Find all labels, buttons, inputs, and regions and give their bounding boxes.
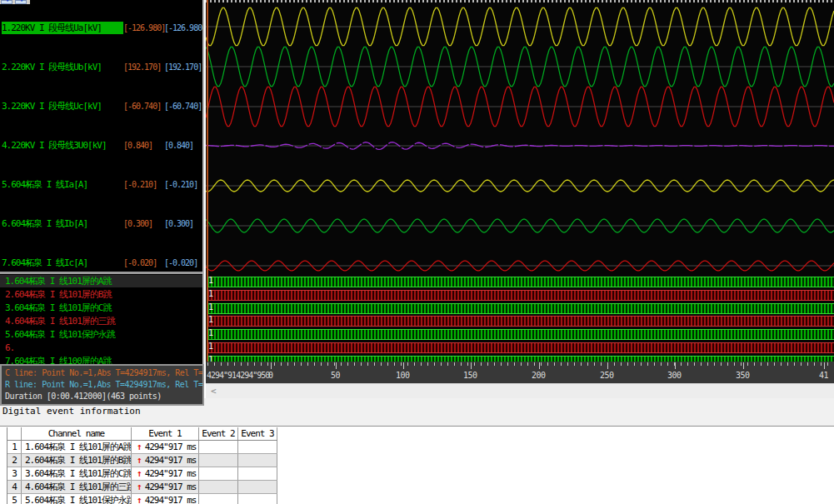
rising-edge-arrow-icon: ↑ <box>137 468 142 479</box>
major-tick <box>607 362 608 369</box>
major-tick <box>403 362 404 369</box>
event-table-row[interactable]: 44.604柘泉 I 线101屏的三跳↑4294"917 ms <box>7 481 277 494</box>
analog-channel-row[interactable]: 1.220KV I 段母线Ua[kV][-126.980][-126.980] <box>0 22 204 34</box>
scroll-left-arrow-icon[interactable]: < <box>211 386 217 397</box>
digital-bar-state: 1 <box>208 276 217 286</box>
digital-bar[interactable] <box>207 290 834 301</box>
minor-tick <box>381 362 382 366</box>
digital-channel-row[interactable]: 3.604柘泉 I 线101屏的C跳 <box>0 302 204 314</box>
minor-tick <box>727 362 728 366</box>
event3-cell <box>238 467 277 480</box>
minor-tick <box>667 362 668 366</box>
digital-channel-row[interactable]: 6. <box>0 342 204 354</box>
toolbar-button-2[interactable]: ▾ <box>15 0 27 4</box>
time-axis-ruler[interactable]: 4294"914294"950 05010015020025030035041 <box>206 362 834 383</box>
minor-tick <box>347 362 348 366</box>
waveform-canvas[interactable]: 1111111 <box>206 0 834 362</box>
duration-status: Duration [0:00.412000](463 points) <box>5 392 204 401</box>
minor-tick <box>434 362 435 366</box>
minor-tick <box>561 362 562 366</box>
minor-tick <box>621 362 622 366</box>
event1-time: 4294"917 ms <box>145 468 197 479</box>
minor-tick <box>734 362 735 366</box>
minor-tick <box>441 362 442 366</box>
toolbar-button-1[interactable]: ▾ <box>1 0 12 4</box>
analog-channel-row[interactable]: 7.604柘泉 I 线Ic[A][-0.020][-0.020] <box>0 257 204 269</box>
event-table-row[interactable]: 55.604柘泉 I 线101保护永跳↑4294"917 ms <box>7 494 277 504</box>
minor-tick <box>407 362 408 366</box>
event-table-row[interactable]: 11.604柘泉 I 线101屏的A跳↑4294"917 ms <box>7 441 277 454</box>
major-tick <box>471 362 472 369</box>
event-channel-name: 4.604柘泉 I 线101屏的三跳 <box>22 481 132 493</box>
waveform-analysis-window: ▾ ▾ 1.220KV I 段母线Ua[kV][-126.980][-126.9… <box>0 0 834 504</box>
minor-tick <box>787 362 788 366</box>
minor-tick <box>547 362 548 366</box>
minor-tick <box>627 362 628 366</box>
event-table-row[interactable]: 22.604柘泉 I 线101屏的B跳↑4294"917 ms <box>7 454 277 467</box>
event1-cell: ↑4294"917 ms <box>132 494 199 504</box>
minor-tick <box>574 362 575 366</box>
time-tick-label: 50 <box>331 371 340 380</box>
analog-channel-row[interactable]: 5.604柘泉 I 线Ia[A][-0.210][-0.210] <box>0 178 204 191</box>
digital-bar-state: 1 <box>208 342 217 352</box>
digital-bar[interactable] <box>207 277 834 287</box>
cursor-info-panel: C line: Point No.=1,Abs T=4294917ms, Rel… <box>0 364 204 406</box>
minor-tick <box>587 362 588 366</box>
time-tick-label: 350 <box>736 371 750 380</box>
digital-channel-row[interactable]: 1.604柘泉 I 线101屏的A跳 <box>0 275 204 287</box>
time-tick-label: 200 <box>532 371 546 380</box>
event-table-row[interactable]: 33.604柘泉 I 线101屏的C跳↑4294"917 ms <box>7 467 277 481</box>
analog-c-value: [-126.980] <box>123 22 165 34</box>
digital-bar[interactable] <box>207 316 834 327</box>
analog-channel-row[interactable]: 2.220KV I 段母线Ub[kV][192.170][192.170] <box>0 61 204 73</box>
minor-tick <box>221 362 222 366</box>
analog-channel-row[interactable]: 6.604柘泉 I 线Ib[A][0.300][0.300] <box>0 217 204 230</box>
header-event2: Event 2 <box>199 427 238 440</box>
event-channel-name: 3.604柘泉 I 线101屏的C跳 <box>22 467 132 480</box>
minor-tick <box>294 362 295 366</box>
c-cursor-line[interactable] <box>207 0 208 362</box>
event3-cell <box>238 494 277 504</box>
digital-bar[interactable] <box>207 329 834 340</box>
analog-c-value: [192.170] <box>123 61 161 73</box>
digital-bar[interactable] <box>207 342 834 353</box>
digital-channel-row[interactable]: 5.604柘泉 I 线101保护永跳 <box>0 328 204 341</box>
toolbar-button-1-icon: ▾ <box>5 0 10 4</box>
analog-channel-label: 7.604柘泉 I 线Ic[A] <box>2 257 87 269</box>
minor-tick <box>647 362 648 366</box>
minor-tick <box>301 362 302 366</box>
minor-tick <box>521 362 522 366</box>
event3-cell <box>238 441 277 453</box>
minor-tick <box>387 362 388 366</box>
minor-tick <box>241 362 242 366</box>
digital-bar-state: 1 <box>208 302 217 312</box>
minor-tick <box>507 362 508 366</box>
event-row-number: 3 <box>7 467 22 480</box>
analog-r-value: [-60.740] <box>164 100 202 112</box>
minor-tick <box>401 362 402 366</box>
digital-bar[interactable] <box>207 356 834 362</box>
event1-cell: ↑4294"917 ms <box>132 481 199 493</box>
digital-bar[interactable] <box>207 303 834 314</box>
event-section-title: Digital event information <box>2 406 141 417</box>
header-event1: Event 1 <box>132 427 199 440</box>
minor-tick <box>427 362 428 366</box>
event-channel-name: 2.604柘泉 I 线101屏的B跳 <box>22 454 132 467</box>
digital-channel-row[interactable]: 4.604柘泉 I 线101屏的三跳 <box>0 315 204 327</box>
event1-time: 4294"917 ms <box>145 442 197 452</box>
digital-channel-row[interactable]: 2.604柘泉 I 线101屏的B跳 <box>0 288 204 301</box>
analog-channel-row[interactable]: 4.220KV I 段母线3U0[kV][0.840][0.840] <box>0 139 204 152</box>
digital-bar-state: 1 <box>208 315 217 325</box>
event-table-header-row: Channel nameEvent 1Event 2Event 3 <box>7 427 277 441</box>
prezero-time-label: 4294"914294"950 <box>207 371 269 380</box>
event-row-number: 1 <box>7 441 22 453</box>
minor-tick <box>634 362 635 366</box>
analog-channel-row[interactable]: 3.220KV I 段母线Uc[kV][-60.740][-60.740] <box>0 100 204 112</box>
minor-tick <box>354 362 355 366</box>
time-tick-label: 300 <box>667 371 682 380</box>
horizontal-scrollbar[interactable]: < <box>206 383 834 398</box>
minor-tick <box>774 362 775 366</box>
event-channel-name: 1.604柘泉 I 线101屏的A跳 <box>22 441 132 453</box>
event2-cell <box>199 494 238 504</box>
event2-cell <box>199 441 238 453</box>
